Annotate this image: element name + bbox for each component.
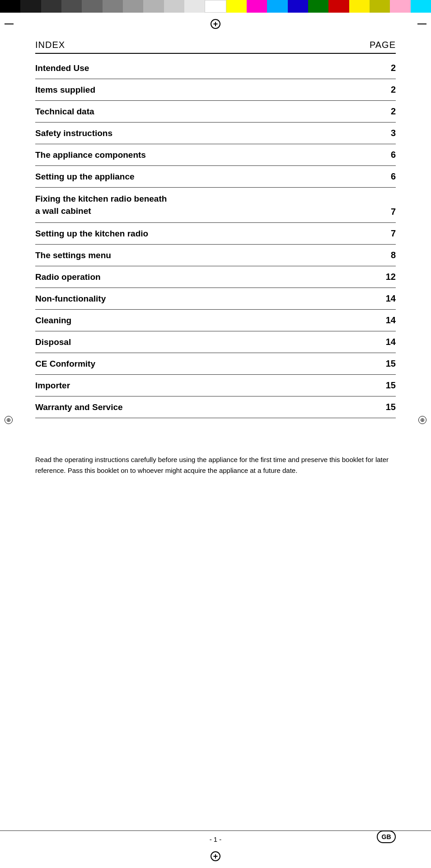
color-segment-2: [20, 0, 41, 13]
toc-page-setting-up-appliance: 6: [352, 166, 396, 188]
registration-mark-top: [0, 13, 431, 35]
side-reg-mark-left: ⊕: [5, 416, 13, 424]
color-segment-21: [411, 0, 431, 13]
gb-label: GB: [382, 833, 391, 840]
toc-table: Intended Use 2 Items supplied 2 Technica…: [35, 57, 396, 418]
toc-header: INDEX PAGE: [35, 35, 396, 54]
color-segment-17: [328, 0, 349, 13]
color-segment-12: [226, 0, 247, 13]
toc-label-cleaning: Cleaning: [35, 310, 352, 331]
toc-row-warranty-service: Warranty and Service 15: [35, 396, 396, 418]
toc-page-items-supplied: 2: [352, 79, 396, 101]
toc-row-ce-conformity: CE Conformity 15: [35, 353, 396, 375]
toc-label-appliance-components: The appliance components: [35, 144, 352, 166]
toc-label-technical-data: Technical data: [35, 101, 352, 123]
toc-label-setting-up-kitchen-radio: Setting up the kitchen radio: [35, 223, 352, 245]
page-number: - 1 -: [210, 835, 222, 843]
color-segment-8: [143, 0, 164, 13]
toc-label-ce-conformity: CE Conformity: [35, 353, 352, 375]
toc-page-appliance-components: 6: [352, 144, 396, 166]
toc-row-radio-operation: Radio operation 12: [35, 266, 396, 288]
reg-circle-top: [211, 19, 220, 29]
toc-row-items-supplied: Items supplied 2: [35, 79, 396, 101]
color-segment-6: [103, 0, 123, 13]
gb-badge: GB: [377, 830, 396, 843]
reg-circle-bottom: [211, 851, 220, 861]
toc-row-safety-instructions: Safety instructions 3: [35, 123, 396, 144]
toc-label-items-supplied: Items supplied: [35, 79, 352, 101]
color-segment-10: [184, 0, 205, 13]
toc-row-cleaning: Cleaning 14: [35, 310, 396, 331]
side-reg-circle-right: ⊕: [418, 416, 426, 424]
toc-row-importer: Importer 15: [35, 375, 396, 396]
toc-row-settings-menu: The settings menu 8: [35, 245, 396, 266]
page-label: PAGE: [370, 40, 396, 50]
index-label: INDEX: [35, 40, 65, 50]
color-segment-4: [61, 0, 82, 13]
color-segment-15: [288, 0, 308, 13]
toc-row-setting-up-kitchen-radio: Setting up the kitchen radio 7: [35, 223, 396, 245]
bottom-description: Read the operating instructions carefull…: [35, 454, 396, 476]
side-mark-left: [5, 24, 14, 24]
toc-label-setting-up-appliance: Setting up the appliance: [35, 166, 352, 188]
color-segment-19: [370, 0, 390, 13]
side-mark-right: [417, 24, 426, 24]
toc-label-non-functionality: Non-functionality: [35, 288, 352, 310]
toc-row-non-functionality: Non-functionality 14: [35, 288, 396, 310]
main-content: INDEX PAGE Intended Use 2 Items supplied…: [0, 35, 431, 418]
color-segment-7: [123, 0, 143, 13]
toc-label-importer: Importer: [35, 375, 352, 396]
color-segment-1: [0, 0, 20, 13]
toc-label-settings-menu: The settings menu: [35, 245, 352, 266]
toc-row-appliance-components: The appliance components 6: [35, 144, 396, 166]
toc-row-disposal: Disposal 14: [35, 331, 396, 353]
color-segment-9: [164, 0, 184, 13]
toc-label-fixing-kitchen-radio: Fixing the kitchen radio beneatha wall c…: [35, 188, 352, 223]
toc-row-fixing-kitchen-radio: Fixing the kitchen radio beneatha wall c…: [35, 188, 396, 223]
color-segment-13: [247, 0, 267, 13]
toc-label-intended-use: Intended Use: [35, 57, 352, 79]
bottom-section: Read the operating instructions carefull…: [0, 454, 431, 476]
color-segment-11: [205, 0, 226, 13]
color-segment-18: [349, 0, 370, 13]
toc-page-radio-operation: 12: [352, 266, 396, 288]
color-segment-16: [308, 0, 328, 13]
color-segment-3: [41, 0, 61, 13]
color-segment-5: [82, 0, 102, 13]
color-segment-20: [390, 0, 410, 13]
toc-page-disposal: 14: [352, 331, 396, 353]
toc-page-warranty-service: 15: [352, 396, 396, 418]
toc-row-intended-use: Intended Use 2: [35, 57, 396, 79]
registration-mark-bottom: [211, 851, 220, 861]
toc-page-fixing-kitchen-radio: 7: [352, 188, 396, 223]
toc-page-settings-menu: 8: [352, 245, 396, 266]
toc-page-intended-use: 2: [352, 57, 396, 79]
toc-label-warranty-service: Warranty and Service: [35, 396, 352, 418]
toc-page-non-functionality: 14: [352, 288, 396, 310]
toc-label-safety-instructions: Safety instructions: [35, 123, 352, 144]
color-bar: [0, 0, 431, 13]
side-reg-mark-right: ⊕: [418, 416, 426, 424]
toc-page-safety-instructions: 3: [352, 123, 396, 144]
toc-page-technical-data: 2: [352, 101, 396, 123]
toc-label-radio-operation: Radio operation: [35, 266, 352, 288]
color-segment-14: [267, 0, 287, 13]
toc-row-technical-data: Technical data 2: [35, 101, 396, 123]
side-reg-circle-left: ⊕: [5, 416, 13, 424]
toc-page-cleaning: 14: [352, 310, 396, 331]
toc-label-disposal: Disposal: [35, 331, 352, 353]
bottom-bar: - 1 - GB: [0, 830, 431, 843]
toc-page-ce-conformity: 15: [352, 353, 396, 375]
toc-row-setting-up-appliance: Setting up the appliance 6: [35, 166, 396, 188]
toc-page-importer: 15: [352, 375, 396, 396]
toc-page-setting-up-kitchen-radio: 7: [352, 223, 396, 245]
